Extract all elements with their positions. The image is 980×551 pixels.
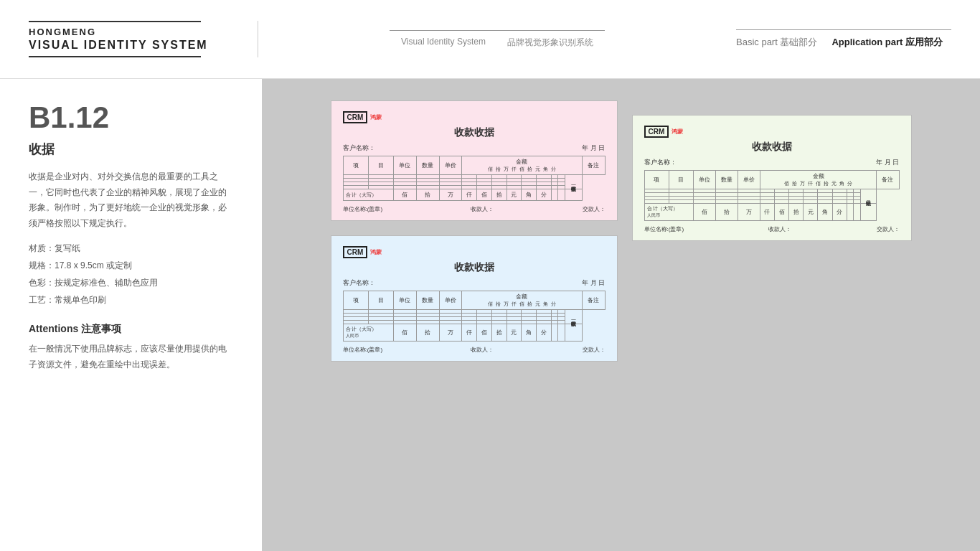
section-desc: 收据是企业对内、对外交换信息的最重要的工具之一，它同时也代表了企业的精神风貌，展… xyxy=(29,169,233,231)
col-amount-green: 金额 佰 拾 万 仟 佰 拾 xyxy=(760,171,877,189)
section-number: B1.12 xyxy=(29,100,233,135)
col-danjia-g: 单价 xyxy=(738,171,760,189)
spec3: 色彩：按规定标准色、辅助色应用 xyxy=(29,274,233,291)
side-note-green: 第二联记账 xyxy=(860,189,877,204)
logo-area: HONGMENG VISUAL IDENTITY SYSTEM xyxy=(29,21,258,57)
receipt-title-green: 收款收据 xyxy=(644,141,900,154)
col-shuliang: 数量 xyxy=(416,156,439,175)
amt-bai1: 佰 xyxy=(486,166,494,173)
table-wrapper-pink: 项 目 单位 数量 单价 金额 佰 xyxy=(343,156,606,201)
header: HONGMENG VISUAL IDENTITY SYSTEM Visual I… xyxy=(0,0,980,79)
receipt-table-pink: 项 目 单位 数量 单价 金额 佰 xyxy=(343,156,606,201)
col-shuliang-g: 数量 xyxy=(715,171,738,189)
col-danwei-b: 单位 xyxy=(393,291,416,310)
receipt-logo-blue: CRM 鸿蒙 xyxy=(343,246,606,258)
total-label-pink: 合 计（大写） xyxy=(343,189,393,201)
right-panel: CRM 鸿蒙 收款收据 客户名称： 年 月 日 项 目 xyxy=(262,79,980,551)
header-nav: Basic part 基础部分 Application part 应用部分 xyxy=(736,36,943,49)
logo-line-bottom xyxy=(29,56,201,57)
col-danwei-g: 单位 xyxy=(694,171,716,189)
header-right-line xyxy=(736,29,951,30)
nav-application[interactable]: Application part 应用部分 xyxy=(831,36,943,49)
col-amount-pink: 金额 佰 拾 万 仟 佰 拾 xyxy=(462,156,582,175)
vis-label: Visual Identity System xyxy=(401,37,486,49)
side-note-pink: 第一联收据存根 xyxy=(565,175,583,189)
amt-shi2: 拾 xyxy=(526,166,534,173)
col-beizhu-green: 备注 xyxy=(877,171,899,189)
main: B1.12 收据 收据是企业对内、对外交换信息的最重要的工具之一，它同时也代表了… xyxy=(0,79,980,551)
crm-logo-blue: CRM xyxy=(343,246,368,258)
spec1: 材质：复写纸 xyxy=(29,240,233,257)
receipts-row: CRM 鸿蒙 收款收据 客户名称： 年 月 日 项 目 xyxy=(283,100,958,362)
receipt-footer-blue: 单位名称:(盖章) 收款人： 交款人： xyxy=(343,346,606,354)
receipt-table-green: 项 目 单位 数量 单价 金额 佰 xyxy=(644,170,900,221)
table-wrapper-blue: 项 目 单位 数量 单价 金额 佰 xyxy=(343,291,606,342)
unit-label-blue: 单位名称:(盖章) xyxy=(343,346,383,354)
total-row-blue: 合 计（大写）人民币 佰拾万仟佰拾元角分 xyxy=(343,324,605,342)
amt-bai2: 佰 xyxy=(518,166,526,173)
crm-logo-sub-pink: 鸿蒙 xyxy=(370,113,382,121)
customer-label-green: 客户名称： xyxy=(644,158,677,167)
unit-label-green: 单位名称:(盖章) xyxy=(644,225,684,233)
total-label-blue: 合 计（大写）人民币 xyxy=(343,324,393,342)
receipt-logo-green: CRM 鸿蒙 xyxy=(644,126,900,138)
receipt-header-row-blue: 客户名称： 年 月 日 xyxy=(343,278,606,288)
cashier-label-blue: 收款人： xyxy=(471,346,494,354)
header-center-labels: Visual Identity System 品牌视觉形象识别系统 xyxy=(401,37,593,49)
date-label-pink: 年 月 日 xyxy=(582,143,605,153)
customer-label-pink: 客户名称： xyxy=(343,143,375,153)
nav-basic[interactable]: Basic part 基础部分 xyxy=(736,36,817,49)
header-center-line xyxy=(390,30,605,31)
header-center: Visual Identity System 品牌视觉形象识别系统 xyxy=(258,30,736,49)
crm-logo-green: CRM xyxy=(644,126,669,138)
total-row-green: 合 计（大写）人民币 佰拾万仟佰拾元角分 xyxy=(644,204,899,221)
attentions-desc: 在一般情况下使用品牌标志，应该尽量使用提供的电子资源文件，避免在重绘中出现误差。 xyxy=(29,342,233,372)
crm-logo-sub-blue: 鸿蒙 xyxy=(370,248,382,256)
receipt-footer-pink: 单位名称:(盖章) 收款人： 交款人： xyxy=(343,205,606,213)
date-label-green: 年 月 日 xyxy=(876,158,899,167)
section-title: 收据 xyxy=(29,141,233,158)
col-xiang-g: 项 xyxy=(644,171,669,189)
receipt-logo-pink: CRM 鸿蒙 xyxy=(343,111,606,123)
table-wrapper-green: 项 目 单位 数量 单价 金额 佰 xyxy=(644,170,900,221)
spec4: 工艺：常规单色印刷 xyxy=(29,291,233,309)
amt-wan: 万 xyxy=(502,166,510,173)
total-label-green: 合 计（大写）人民币 xyxy=(644,204,694,221)
crm-logo-pink: CRM xyxy=(343,111,368,123)
spec2: 规格：17.8 x 9.5cm 或定制 xyxy=(29,257,233,274)
date-label-blue: 年 月 日 xyxy=(582,278,605,288)
unit-label-pink: 单位名称:(盖章) xyxy=(343,205,383,213)
col-mu-b: 目 xyxy=(368,291,393,310)
receipt-table-blue: 项 目 单位 数量 单价 金额 佰 xyxy=(343,291,606,342)
header-right-wrapper: Basic part 基础部分 Application part 应用部分 xyxy=(736,29,951,49)
cn-label: 品牌视觉形象识别系统 xyxy=(507,37,593,49)
amt-jiao: 角 xyxy=(542,166,550,173)
side-note-blue: 第一联收款收据 xyxy=(565,310,583,324)
col-xiang: 项 xyxy=(343,156,368,175)
attentions-title: Attentions 注意事项 xyxy=(29,323,233,336)
receipt-title-blue: 收款收据 xyxy=(343,261,606,274)
col-beizhu-blue: 备注 xyxy=(582,291,605,310)
col-amount-blue: 金额 佰 拾 万 仟 佰 拾 xyxy=(462,291,582,310)
blue-receipt: CRM 鸿蒙 收款收据 客户名称： 年 月 日 项 目 xyxy=(331,235,618,362)
logo-line-top xyxy=(29,21,201,22)
receipt-title-pink: 收款收据 xyxy=(343,126,606,139)
col-danjia: 单价 xyxy=(439,156,462,175)
col-danjia-b: 单价 xyxy=(439,291,462,310)
right-receipt-wrapper: CRM 鸿蒙 收款收据 客户名称： 年 月 日 项 目 xyxy=(632,100,912,362)
cashier-label-green: 收款人： xyxy=(768,225,791,233)
customer-label-blue: 客户名称： xyxy=(343,278,375,288)
logo-sub: VISUAL IDENTITY SYSTEM xyxy=(29,39,236,52)
pink-receipt: CRM 鸿蒙 收款收据 客户名称： 年 月 日 项 目 xyxy=(331,100,618,221)
receipt-header-row-pink: 客户名称： 年 月 日 xyxy=(343,143,606,153)
col-mu-g: 目 xyxy=(669,171,693,189)
col-danwei: 单位 xyxy=(393,156,416,175)
col-xiang-b: 项 xyxy=(343,291,368,310)
col-beizhu-pink: 备注 xyxy=(582,156,605,175)
crm-logo-sub-green: 鸿蒙 xyxy=(672,128,683,136)
amt-qian: 仟 xyxy=(510,166,518,173)
col-shuliang-b: 数量 xyxy=(416,291,439,310)
green-receipt: CRM 鸿蒙 收款收据 客户名称： 年 月 日 项 目 xyxy=(632,115,912,241)
left-panel: B1.12 收据 收据是企业对内、对外交换信息的最重要的工具之一，它同时也代表了… xyxy=(0,79,262,551)
payer-label-green: 交款人： xyxy=(877,225,900,233)
